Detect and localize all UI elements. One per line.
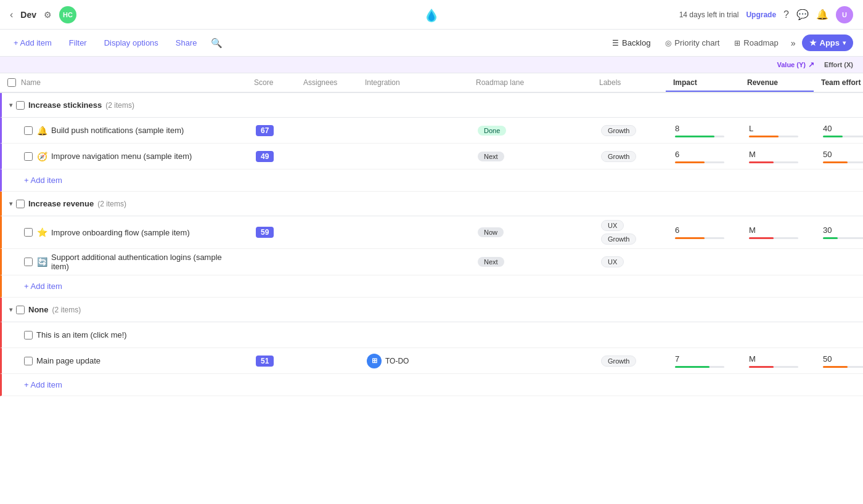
display-options-button[interactable]: Display options [100,36,162,50]
team-bar [823,161,863,163]
search-icon[interactable]: 🔍 [211,38,223,49]
add-item-cell-increase-stickiness: + Add item [2,172,248,189]
item-checkbox-support-auth[interactable] [24,258,33,266]
group-count-none: (2 items) [52,306,81,314]
upgrade-link[interactable]: Upgrade [746,10,776,19]
add-item-button-increase-revenue[interactable]: + Add item [24,282,62,291]
integration-cell-improve-nav [359,153,470,160]
nav-right: 14 days left in trial Upgrade ? 💬 🔔 U [679,6,853,23]
group-chevron-increase-stickiness[interactable]: ▾ [9,102,12,108]
col-header-name: Name [0,73,247,92]
item-name-cell-build-push: 🔔 Build push notifications (sample item) [2,121,248,140]
item-row-improve-onboarding[interactable]: ⭐ Improve onboarding flow (sample item) … [0,216,863,249]
score-cell-build-push: 67 [248,121,298,140]
label-badge: UX [601,256,624,267]
more-views-button[interactable]: » [787,35,800,51]
priority-chart-button[interactable]: ◎ Priority chart [659,35,726,51]
item-name-cell-main-page-update: Main page update [2,352,248,369]
back-button[interactable]: ‹ [10,9,13,20]
item-icon-improve-onboarding: ⭐ [36,227,47,238]
col-header-assignees: Assignees [296,73,358,92]
add-item-row-none: + Add item [0,374,863,396]
add-item-row-increase-revenue: + Add item [0,275,863,298]
item-checkbox-improve-nav[interactable] [24,152,33,161]
item-checkbox-click-item[interactable] [24,331,33,339]
roadmap-cell-click-item [470,331,594,339]
score-badge-main-page-update: 51 [256,356,274,367]
roadmap-badge-improve-onboarding: Now [478,227,504,237]
app-logo [423,6,440,23]
add-item-button-none[interactable]: + Add item [24,380,62,389]
chat-icon[interactable]: 💬 [796,9,809,20]
help-icon[interactable]: ? [783,9,789,20]
col-header-labels: Labels [592,73,666,92]
label-badge: Growth [601,151,636,162]
team-value: 50 [823,150,863,159]
impact-value: 8 [675,124,734,133]
item-name-text-improve-nav: Improve navigation menu (sample item) [51,152,192,161]
item-row-improve-nav[interactable]: 🧭 Improve navigation menu (sample item) … [0,144,863,169]
labels-cell-support-auth: UX [594,253,668,271]
effort-x-label: Effort (X) [819,60,863,70]
settings-icon[interactable]: ⚙ [44,10,52,20]
integration-cell-build-push [359,127,470,134]
group-count-increase-revenue: (2 items) [97,200,126,208]
group-checkbox-none[interactable] [16,306,25,314]
assignees-cell-improve-nav [298,153,359,160]
revenue-value: M [749,226,808,235]
impact-bar [675,366,724,368]
group-checkbox-increase-revenue[interactable] [16,200,25,208]
assignees-cell-support-auth [298,258,359,266]
revenue-bar [749,161,798,163]
score-badge-improve-onboarding: 59 [256,227,274,238]
integration-cell-main-page-update: ⊞TO-DO [359,350,470,372]
column-headers: Name Score Assignees Integration Roadmap… [0,73,863,93]
item-row-main-page-update[interactable]: Main page update 51 ⊞TO-DO Growth 7 M 50 [0,348,863,374]
roadmap-cell-build-push: Done [470,122,594,139]
notifications-icon[interactable]: 🔔 [816,9,828,20]
labels-cell-click-item [594,331,668,339]
roadmap-button[interactable]: ⊞ Roadmap [728,35,784,51]
labels-cell-main-page-update: Growth [594,352,668,370]
integration-cell-support-auth [359,258,470,266]
add-item-button-increase-stickiness[interactable]: + Add item [24,176,62,185]
item-checkbox-improve-onboarding[interactable] [24,228,33,237]
filter-button[interactable]: Filter [65,36,91,50]
item-name-cell-support-auth: 🔄 Support additional authentication logi… [2,249,248,275]
backlog-view-button[interactable]: ☰ Backlog [606,35,656,51]
group-chevron-increase-revenue[interactable]: ▾ [9,200,12,207]
roadmap-badge-build-push: Done [478,126,506,136]
add-item-button[interactable]: + Add item [10,36,55,50]
table-body: ▾ Increase stickiness (2 items) 🔔 Build … [0,93,863,396]
team-cell-improve-nav: 50 [816,147,863,166]
label-badge: Growth [601,356,636,367]
select-all-checkbox[interactable] [7,78,16,87]
roadmap-cell-improve-onboarding: Now [470,224,594,241]
impact-cell-main-page-update: 7 [668,352,742,370]
item-row-click-item[interactable]: This is an item (click me!) [0,322,863,348]
share-button[interactable]: Share [172,36,201,50]
item-row-support-auth[interactable]: 🔄 Support additional authentication logi… [0,249,863,275]
roadmap-badge-improve-nav: Next [478,152,504,161]
user-avatar[interactable]: U [836,6,853,23]
impact-bar [675,237,724,239]
team-bar [823,237,863,239]
score-badge-build-push: 67 [256,125,274,136]
score-cell-click-item [248,331,298,339]
group-checkbox-increase-stickiness[interactable] [16,101,25,110]
item-row-build-push[interactable]: 🔔 Build push notifications (sample item)… [0,118,863,144]
team-value: 40 [823,124,863,133]
team-bar [823,136,863,137]
integration-cell-improve-onboarding [359,229,470,236]
apps-button[interactable]: ★ Apps ▾ [802,35,854,51]
impact-cell-build-push: 8 [668,121,742,140]
add-item-cell-increase-revenue: + Add item [2,278,248,295]
item-checkbox-main-page-update[interactable] [24,357,33,365]
trello-icon: ⊞ [367,354,382,368]
item-checkbox-build-push[interactable] [24,126,33,135]
score-cell-support-auth [248,258,298,266]
team-cell-improve-onboarding: 30 [816,223,863,242]
col-header-revenue: Revenue [740,73,814,92]
impact-cell-improve-onboarding: 6 [668,223,742,242]
group-chevron-none[interactable]: ▾ [9,306,12,313]
